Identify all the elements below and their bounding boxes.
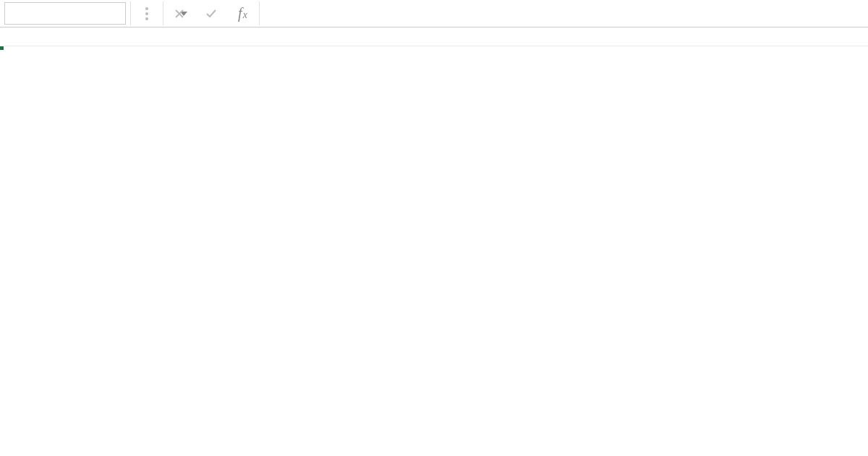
svg-point-2 xyxy=(145,17,148,20)
cancel-formula-button[interactable] xyxy=(163,0,195,27)
formula-bar: fx xyxy=(0,0,868,28)
ribbon-gap xyxy=(0,28,868,46)
formula-input[interactable] xyxy=(260,0,868,27)
name-box-wrap[interactable] xyxy=(4,2,126,25)
active-cell-outline xyxy=(0,46,3,49)
fx-icon[interactable]: fx xyxy=(227,0,259,27)
svg-point-0 xyxy=(145,7,148,10)
svg-point-1 xyxy=(145,12,148,15)
confirm-formula-button[interactable] xyxy=(195,0,227,27)
fill-handle[interactable] xyxy=(0,46,4,51)
more-icon[interactable] xyxy=(131,0,163,27)
